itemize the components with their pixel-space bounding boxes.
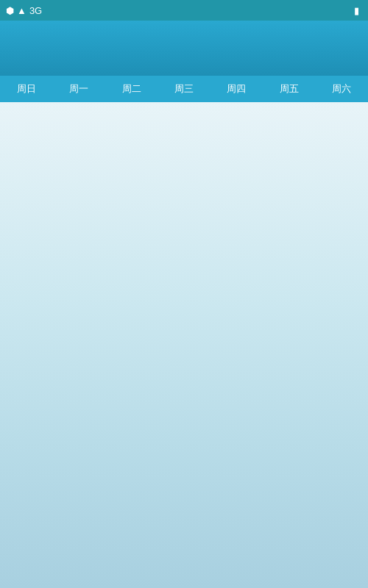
bluetooth-icon: ⬢: [6, 5, 14, 16]
day-header-周一: 周一: [52, 82, 105, 96]
battery-icon: ▮: [354, 5, 359, 16]
header: [0, 21, 368, 76]
day-header-周五: 周五: [263, 82, 315, 96]
day-header-周二: 周二: [105, 82, 158, 96]
day-header-周三: 周三: [158, 82, 210, 96]
day-header-周六: 周六: [316, 82, 368, 96]
day-header-周四: 周四: [210, 82, 263, 96]
wifi-icon: ▲: [17, 5, 26, 16]
status-left: ⬢ ▲ 3G: [6, 5, 42, 16]
day-header-周日: 周日: [0, 82, 52, 96]
calendar-body: [0, 102, 368, 588]
day-headers: 周日周一周二周三周四周五周六: [0, 76, 368, 102]
signal-icon: 3G: [29, 5, 42, 16]
status-right: ▮: [351, 5, 362, 16]
status-bar: ⬢ ▲ 3G ▮: [0, 0, 368, 21]
